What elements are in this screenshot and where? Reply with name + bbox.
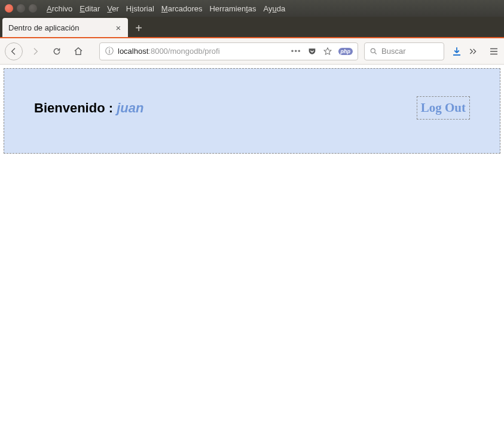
welcome-label: Bienvenido : (34, 100, 117, 115)
window-minimize-button[interactable] (17, 4, 25, 13)
forward-button[interactable] (26, 42, 44, 60)
menu-ayuda[interactable]: Ayuda (264, 4, 286, 13)
url-port: :8000 (148, 47, 168, 56)
menu-ver[interactable]: Ver (107, 4, 119, 13)
url-text: localhost:8000/mongodb/profi (118, 47, 288, 56)
menubar: Archivo Editar Ver Historial Marcadores … (47, 4, 285, 13)
search-placeholder: Buscar (381, 47, 405, 56)
toolbar-right (451, 46, 499, 57)
hamburger-menu-button[interactable] (488, 46, 499, 57)
home-icon (74, 47, 83, 56)
menu-archivo[interactable]: Archivo (47, 4, 72, 13)
downloads-button[interactable] (451, 46, 462, 57)
pocket-icon[interactable] (307, 47, 317, 56)
window-controls (5, 4, 37, 13)
logout-button[interactable]: Log Out (417, 96, 470, 120)
new-tab-button[interactable]: + (129, 19, 148, 37)
page-content: Bienvenido : juan Log Out (0, 65, 504, 157)
site-info-icon[interactable]: ⓘ (105, 46, 114, 57)
welcome-banner: Bienvenido : juan Log Out (4, 68, 500, 154)
tab-bar: Dentro de aplicación × + (0, 17, 504, 38)
username: juan (117, 100, 143, 115)
menu-marcadores[interactable]: Marcadores (161, 4, 203, 13)
back-button[interactable] (5, 42, 23, 60)
search-bar[interactable]: Buscar (364, 42, 444, 60)
url-host: localhost (118, 47, 148, 56)
overflow-chevrons-icon[interactable] (468, 47, 478, 56)
browser-tab[interactable]: Dentro de aplicación × (2, 18, 128, 37)
reload-icon (52, 47, 62, 56)
reload-button[interactable] (48, 42, 66, 60)
menu-herramientas[interactable]: Herramientas (209, 4, 256, 13)
arrow-right-icon (30, 47, 40, 56)
arrow-left-icon (9, 47, 19, 56)
php-badge: php (338, 48, 353, 55)
browser-toolbar: ⓘ localhost:8000/mongodb/profi ••• php B… (0, 38, 504, 65)
menu-historial[interactable]: Historial (126, 4, 154, 13)
window-close-button[interactable] (5, 4, 13, 13)
window-titlebar: Archivo Editar Ver Historial Marcadores … (0, 0, 504, 17)
search-icon (369, 47, 378, 56)
url-actions: ••• php (291, 47, 353, 56)
window-maximize-button[interactable] (29, 4, 37, 13)
svg-point-0 (371, 48, 375, 53)
url-path: /mongodb/profi (168, 47, 220, 56)
ellipsis-icon[interactable]: ••• (291, 47, 301, 56)
close-tab-icon[interactable]: × (114, 23, 123, 32)
home-button[interactable] (69, 42, 87, 60)
welcome-text: Bienvenido : juan (34, 100, 143, 116)
tab-title: Dentro de aplicación (8, 23, 114, 32)
address-bar[interactable]: ⓘ localhost:8000/mongodb/profi ••• php (99, 42, 358, 60)
star-icon[interactable] (323, 47, 332, 56)
menu-editar[interactable]: Editar (80, 4, 100, 13)
